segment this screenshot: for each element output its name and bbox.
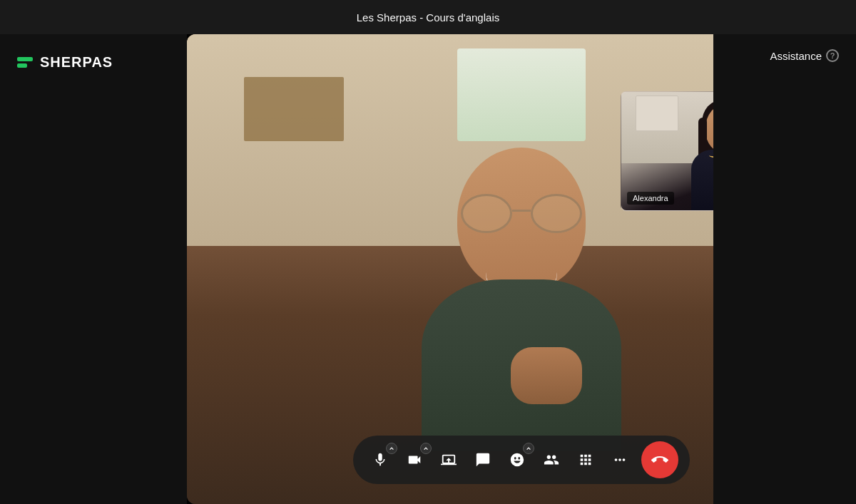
end-call-button[interactable] <box>641 441 678 478</box>
participants-icon <box>544 452 559 468</box>
right-panel <box>713 34 856 504</box>
more-options-button[interactable] <box>604 444 636 475</box>
chevron-up-icon-3 <box>526 446 531 451</box>
microphone-icon <box>372 452 388 468</box>
sherpas-logo-icon <box>17 57 33 68</box>
control-bar <box>353 436 690 484</box>
top-bar: Les Sherpas - Cours d'anglais <box>0 0 856 34</box>
screen-share-icon <box>441 452 457 468</box>
camera-group <box>399 444 430 475</box>
apps-button[interactable] <box>570 444 601 475</box>
logo-wrapper: SHERPAS <box>17 54 113 71</box>
chevron-up-icon <box>389 446 394 451</box>
meeting-title: Les Sherpas - Cours d'anglais <box>357 11 499 24</box>
glasses <box>461 194 582 237</box>
mic-group <box>365 444 396 475</box>
end-call-icon <box>651 451 668 468</box>
camera-icon <box>407 452 422 468</box>
screen-share-button[interactable] <box>433 444 464 475</box>
assistance-label: Assistance <box>770 50 822 62</box>
apps-icon <box>578 452 593 468</box>
person-arm <box>511 347 582 404</box>
logo-area: SHERPAS <box>0 34 187 504</box>
logo-text: SHERPAS <box>40 54 113 71</box>
assistance-button[interactable]: Assistance ? <box>770 49 839 62</box>
chat-icon <box>475 452 491 468</box>
reactions-icon <box>509 452 525 468</box>
chevron-up-icon-2 <box>423 446 429 451</box>
mic-chevron-up[interactable] <box>386 443 397 454</box>
question-mark-icon: ? <box>826 49 839 62</box>
camera-chevron-up[interactable] <box>420 443 432 454</box>
more-options-icon <box>612 452 628 468</box>
chat-button[interactable] <box>467 444 499 475</box>
person-head <box>457 148 586 290</box>
participants-button[interactable] <box>536 444 567 475</box>
shelf-left <box>244 77 344 141</box>
alex-name-label: Alexandra <box>627 192 674 205</box>
assistance-area: Assistance ? <box>713 34 856 77</box>
reactions-chevron-up[interactable] <box>523 443 534 454</box>
window-light <box>457 48 586 141</box>
reactions-group <box>501 444 533 475</box>
